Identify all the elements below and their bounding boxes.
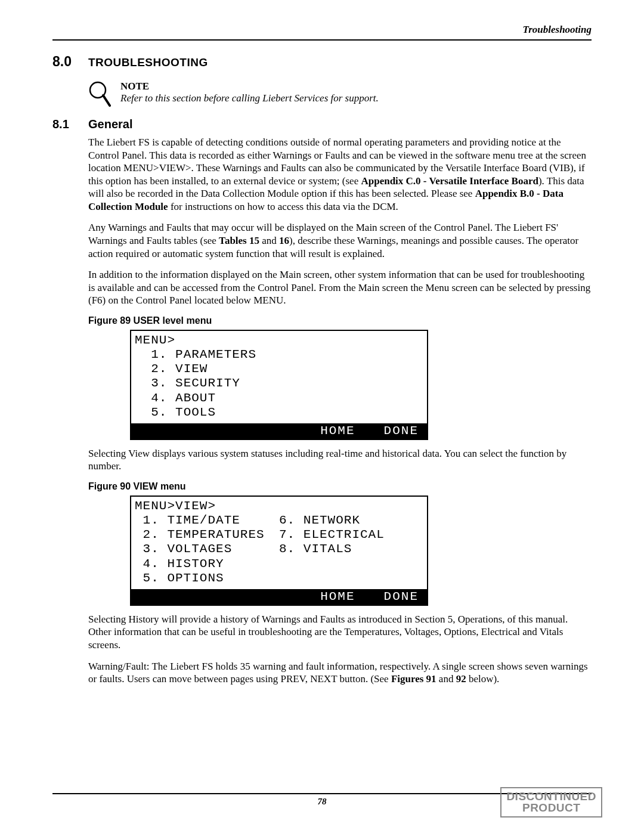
p6-t2: and	[436, 673, 456, 685]
lcd90-l2: 2. TEMPERATURES	[135, 528, 279, 542]
paragraph-2: Any Warnings and Faults that may occur w…	[88, 221, 592, 260]
paragraph-4: Selecting View displays various system s…	[88, 447, 592, 473]
figure-90-lcd: MENU>VIEW> 1. TIME/DATE 2. TEMPERATURES …	[130, 496, 428, 606]
p2-b2: 16	[279, 235, 289, 246]
p6-b2: 92	[456, 673, 466, 685]
lcd89-item-1: 1. PARAMETERS	[135, 348, 423, 362]
section-8-title: TROUBLESHOOTING	[88, 56, 208, 69]
lcd89-home-button[interactable]: HOME	[320, 424, 355, 438]
lcd90-l4: 4. HISTORY	[135, 557, 279, 571]
stamp-line-2: PRODUCT	[506, 802, 596, 813]
note-head: NOTE	[120, 80, 379, 92]
lcd89-button-bar: HOME DONE	[131, 423, 427, 439]
lcd90-done-button[interactable]: DONE	[384, 590, 419, 603]
lcd90-screen: MENU>VIEW> 1. TIME/DATE 2. TEMPERATURES …	[131, 497, 427, 589]
note-text: NOTE Refer to this section before callin…	[120, 80, 379, 104]
p6-b1: Figures 91	[391, 673, 436, 685]
lcd89-item-5: 5. TOOLS	[135, 405, 423, 420]
lcd89-item-3: 3. SECURITY	[135, 376, 423, 391]
figure-90-caption: Figure 90 VIEW menu	[88, 481, 592, 492]
lcd90-r3: 8. VITALS	[279, 542, 423, 556]
paragraph-6: Warning/Fault: The Liebert FS holds 35 w…	[88, 660, 592, 686]
top-rule	[52, 39, 592, 41]
lcd90-r1: 6. NETWORK	[279, 513, 423, 528]
section-8-number: 8.0	[52, 54, 88, 70]
lcd90-l5: 5. OPTIONS	[135, 571, 279, 586]
lcd89-done-button[interactable]: DONE	[384, 424, 419, 438]
p2-t2: and	[259, 235, 279, 246]
svg-line-1	[103, 95, 110, 106]
discontinued-stamp: DISCONTINUED PRODUCT	[500, 787, 602, 817]
p2-b1: Tables 15	[219, 235, 259, 246]
paragraph-3: In addition to the information displayed…	[88, 268, 592, 307]
p1-b1: Appendix C.0 - Versatile Interface Board	[361, 175, 538, 187]
lcd89-screen: MENU> 1. PARAMETERS 2. VIEW 3. SECURITY …	[131, 331, 427, 423]
lcd90-l3: 3. VOLTAGES	[135, 542, 279, 556]
stamp-line-1: DISCONTINUED	[506, 791, 596, 802]
lcd90-col-right: 6. NETWORK 7. ELECTRICAL 8. VITALS	[279, 513, 423, 586]
p6-t3: below).	[466, 673, 500, 685]
p1-t3: for instructions on how to access this d…	[168, 201, 398, 212]
header-section-label: Troubleshooting	[52, 24, 592, 39]
section-8-1-title: General	[88, 117, 132, 131]
figure-89-lcd: MENU> 1. PARAMETERS 2. VIEW 3. SECURITY …	[130, 330, 428, 440]
figure-89-caption: Figure 89 USER level menu	[88, 315, 592, 326]
paragraph-1: The Liebert FS is capable of detecting c…	[88, 136, 592, 213]
paragraph-5: Selecting History will provide a history…	[88, 613, 592, 652]
lcd90-button-bar: HOME DONE	[131, 589, 427, 605]
lcd90-home-button[interactable]: HOME	[320, 590, 355, 603]
lcd90-breadcrumb: MENU>VIEW>	[135, 499, 423, 513]
page: Troubleshooting 8.0 TROUBLESHOOTING NOTE…	[0, 0, 644, 833]
note-block: NOTE Refer to this section before callin…	[88, 80, 592, 107]
lcd90-l1: 1. TIME/DATE	[135, 513, 279, 528]
lcd90-col-left: 1. TIME/DATE 2. TEMPERATURES 3. VOLTAGES…	[135, 513, 279, 586]
p6-t1: Warning/Fault: The Liebert FS holds 35 w…	[88, 661, 588, 685]
lcd90-r2: 7. ELECTRICAL	[279, 528, 423, 542]
section-8-1-number: 8.1	[52, 117, 88, 131]
section-8-heading: 8.0 TROUBLESHOOTING	[52, 54, 592, 70]
note-body: Refer to this section before calling Lie…	[120, 92, 379, 104]
lcd89-item-2: 2. VIEW	[135, 362, 423, 376]
lcd89-breadcrumb: MENU>	[135, 333, 423, 348]
section-8-1-heading: 8.1 General	[52, 117, 592, 131]
lcd89-item-4: 4. ABOUT	[135, 391, 423, 405]
magnifier-icon	[88, 80, 111, 107]
